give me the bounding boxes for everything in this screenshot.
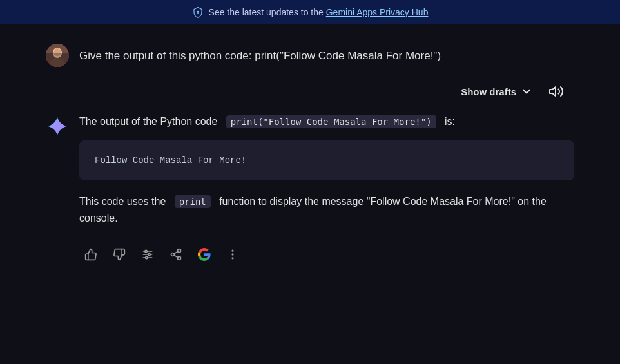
svg-point-18	[231, 249, 233, 251]
more-options-icon	[226, 248, 239, 261]
drafts-row: Show drafts	[46, 80, 574, 103]
top-banner: See the latest updates to the Gemini App…	[0, 0, 620, 24]
svg-point-12	[146, 256, 148, 258]
tune-icon	[141, 248, 154, 261]
google-g-icon	[198, 247, 211, 262]
user-message: Give the output of this python code: pri…	[46, 37, 574, 67]
speaker-button[interactable]	[545, 80, 568, 103]
code-output-text: Follow Code Masala For More!	[95, 155, 246, 166]
more-options-button[interactable]	[221, 243, 244, 266]
svg-point-10	[145, 250, 147, 252]
svg-point-5	[53, 48, 61, 56]
svg-point-11	[148, 253, 150, 255]
google-search-button[interactable]	[193, 243, 216, 266]
tune-button[interactable]	[136, 243, 159, 266]
code-output-block: Follow Code Masala For More!	[79, 140, 574, 180]
svg-line-16	[174, 255, 178, 257]
svg-point-20	[231, 257, 233, 259]
explanation-paragraph: This code uses the print function to dis…	[79, 193, 574, 227]
svg-point-19	[231, 253, 233, 255]
thumbs-up-button[interactable]	[79, 243, 102, 266]
gemini-icon	[46, 115, 69, 138]
thumbs-up-icon	[84, 248, 97, 261]
share-button[interactable]	[164, 243, 188, 266]
shield-icon	[192, 6, 204, 18]
show-drafts-button[interactable]: Show drafts	[454, 81, 539, 102]
show-drafts-label: Show drafts	[461, 86, 516, 97]
inline-code-snippet: print("Follow Code Masala For More!")	[226, 115, 436, 128]
thumbs-down-button[interactable]	[108, 243, 131, 266]
explanation-before: This code uses the	[79, 196, 166, 207]
speaker-icon	[548, 84, 564, 99]
thumbs-down-icon	[113, 248, 126, 261]
ai-response: The output of the Python code print("Fol…	[46, 113, 574, 266]
response-content: The output of the Python code print("Fol…	[79, 113, 574, 266]
chevron-down-icon	[520, 85, 533, 98]
print-inline-code: print	[175, 195, 211, 208]
avatar	[46, 44, 69, 67]
svg-point-2	[46, 44, 69, 67]
action-buttons	[79, 243, 574, 266]
svg-point-4	[50, 58, 65, 67]
svg-marker-6	[550, 87, 556, 96]
response-intro: The output of the Python code print("Fol…	[79, 113, 574, 130]
privacy-hub-link[interactable]: Gemini Apps Privacy Hub	[326, 7, 429, 17]
user-message-text: Give the output of this python code: pri…	[79, 44, 441, 64]
share-icon	[170, 248, 182, 261]
svg-line-17	[174, 251, 178, 253]
banner-text: See the latest updates to the Gemini App…	[209, 7, 429, 17]
main-content: Give the output of this python code: pri…	[20, 24, 600, 292]
intro-suffix: is:	[445, 116, 455, 127]
intro-text: The output of the Python code	[79, 116, 217, 127]
svg-point-0	[197, 11, 199, 13]
